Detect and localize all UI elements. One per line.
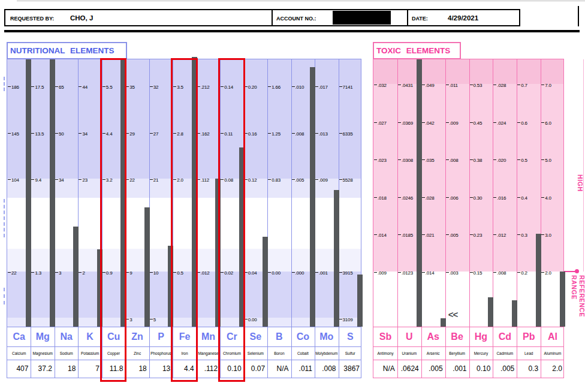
tick: .013 bbox=[315, 129, 328, 137]
tick-label: .018 bbox=[378, 195, 387, 201]
element-symbol-Be: Be bbox=[445, 327, 469, 346]
tick-dash bbox=[8, 86, 11, 87]
tick: 5528 bbox=[339, 176, 353, 183]
tick-label: 13.5 bbox=[35, 131, 44, 137]
tick: .028 bbox=[493, 81, 506, 89]
tick: .014 bbox=[374, 231, 387, 239]
element-name: Arsenic bbox=[421, 347, 445, 360]
element-symbol-U: U bbox=[397, 327, 421, 346]
tick-label: 1.66 bbox=[272, 85, 281, 90]
tick-dash bbox=[422, 85, 425, 85]
below-range-marker: << bbox=[448, 310, 458, 319]
element-value: 0.10 bbox=[469, 360, 493, 378]
tick: 5 bbox=[150, 315, 156, 323]
element-bar-Al bbox=[560, 272, 565, 327]
reference-band bbox=[373, 84, 563, 272]
element-bar-Co bbox=[310, 67, 315, 327]
tick: 4.0 bbox=[541, 194, 551, 201]
tick-label: 0.4 bbox=[521, 195, 527, 201]
tick-label: .008 bbox=[450, 158, 459, 163]
tick-dash bbox=[150, 179, 153, 180]
tick-dash bbox=[374, 272, 377, 273]
tick: 17.5 bbox=[31, 83, 44, 91]
tick: .008 bbox=[446, 156, 459, 164]
tick: 7.0 bbox=[541, 81, 551, 89]
tick-label: .011 bbox=[450, 83, 458, 88]
tick-dash bbox=[398, 122, 401, 123]
tick-label: 22 bbox=[11, 270, 17, 276]
chart-plot-toxic: .032.027.023.018.014.009.0431.0369.0308.… bbox=[373, 59, 564, 327]
tick: 23 bbox=[79, 176, 88, 183]
element-bar-Mo bbox=[334, 190, 339, 327]
tick: 44 bbox=[79, 83, 88, 91]
tick: 104 bbox=[8, 176, 19, 183]
tick-dash bbox=[470, 234, 473, 235]
tick-dash bbox=[79, 133, 82, 134]
tick-label: .008 bbox=[295, 131, 304, 137]
tick-label: 3 bbox=[129, 317, 132, 322]
tick-label: .028 bbox=[426, 195, 435, 201]
element-name: Antimony bbox=[373, 347, 397, 360]
tick: .000 bbox=[292, 269, 304, 276]
element-bar-Zn bbox=[144, 207, 150, 327]
tick-label: 0.15 bbox=[474, 270, 483, 276]
tick-label: .001 bbox=[319, 270, 328, 276]
tick-label: .0246 bbox=[402, 195, 413, 201]
tick-dash bbox=[31, 179, 34, 180]
tick-label: .0431 bbox=[402, 83, 413, 88]
tick-label: 3 bbox=[59, 270, 61, 276]
element-symbol-K: K bbox=[78, 327, 101, 346]
tick-dash bbox=[55, 86, 58, 87]
element-name: Boron bbox=[267, 347, 291, 360]
tick-dash bbox=[446, 122, 449, 123]
tick: 2.0 bbox=[541, 269, 551, 276]
tick-label: 2.0 bbox=[545, 270, 551, 276]
tick-label: 0.83 bbox=[272, 177, 281, 183]
element-name: Calcium bbox=[7, 347, 31, 360]
element-bar-U bbox=[417, 57, 422, 327]
tick-dash bbox=[446, 234, 449, 235]
element-symbol-Ca: Ca bbox=[7, 327, 31, 346]
tick-label: 0.7 bbox=[521, 83, 527, 88]
tick: .024 bbox=[493, 119, 506, 126]
tick-label: 7141 bbox=[343, 85, 353, 90]
tick: .009 bbox=[315, 176, 328, 183]
tick-label: .014 bbox=[378, 233, 387, 238]
toxic-elements-title: TOXIC ELEMENTS bbox=[373, 42, 461, 59]
tick-label: 3.0 bbox=[545, 233, 551, 238]
tick-dash bbox=[541, 272, 544, 273]
element-symbol-P: P bbox=[149, 327, 173, 346]
element-symbol-Sb: Sb bbox=[373, 327, 397, 346]
tick: .112 bbox=[197, 176, 209, 183]
element-symbol-As: As bbox=[421, 327, 445, 346]
nutritional-elements-title: NUTRITIONAL ELEMENTS bbox=[7, 42, 127, 59]
tick: 5.0 bbox=[541, 156, 551, 164]
element-name: Aluminum bbox=[541, 347, 565, 360]
tick: .012 bbox=[197, 269, 210, 276]
element-name: Beryllium bbox=[445, 347, 469, 360]
element-bar-Hg bbox=[488, 297, 493, 327]
element-bar-Pb bbox=[536, 234, 541, 327]
tick: .0308 bbox=[398, 156, 413, 164]
tick: 1.3 bbox=[31, 269, 41, 276]
tick-dash bbox=[493, 122, 496, 123]
tick: 35 bbox=[126, 83, 135, 91]
tick-label: .049 bbox=[426, 83, 435, 88]
tick-dash bbox=[470, 122, 473, 123]
tick-dash bbox=[374, 122, 377, 123]
tick-dash bbox=[150, 272, 153, 273]
tick: 0.83 bbox=[268, 176, 281, 183]
tick-label: .009 bbox=[319, 177, 328, 183]
tick-label: .162 bbox=[201, 131, 210, 137]
element-value: 18 bbox=[125, 360, 149, 378]
header-divider bbox=[272, 10, 273, 25]
tick-label: .020 bbox=[497, 158, 506, 163]
tick: 6335 bbox=[339, 129, 353, 137]
tick-dash bbox=[374, 197, 377, 198]
tick: 7141 bbox=[339, 83, 353, 91]
tick-dash bbox=[398, 197, 401, 198]
tick: 0.45 bbox=[470, 119, 483, 126]
element-symbol-Hg: Hg bbox=[469, 327, 493, 346]
tick: 0.30 bbox=[470, 194, 483, 201]
tick: 3915 bbox=[339, 269, 353, 276]
